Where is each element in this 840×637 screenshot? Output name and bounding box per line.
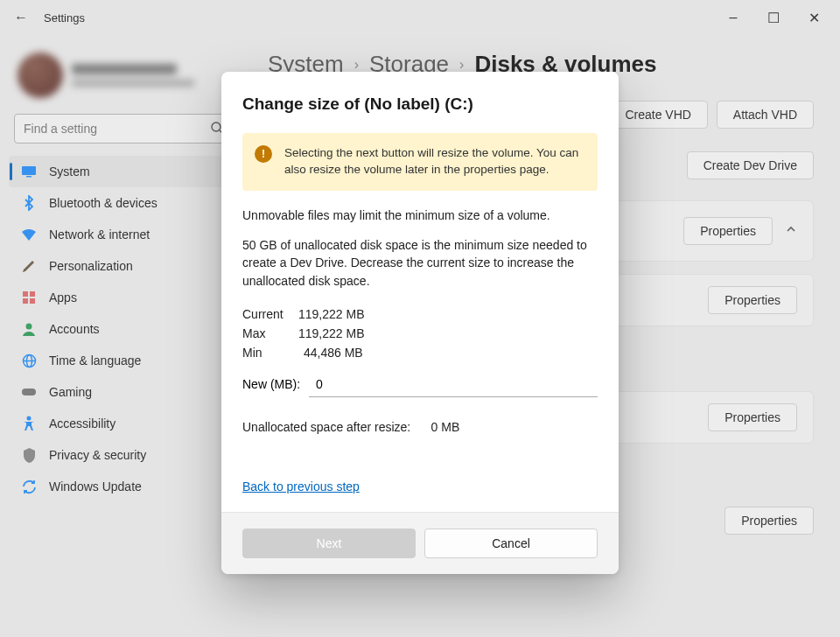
warning-box: ! Selecting the next button will resize … bbox=[242, 133, 598, 191]
stat-current: Current 119,222 MB bbox=[242, 307, 598, 321]
next-button[interactable]: Next bbox=[242, 528, 416, 558]
stat-min: Min 44,486 MB bbox=[242, 346, 598, 360]
back-to-previous-link[interactable]: Back to previous step bbox=[242, 480, 360, 494]
info-dev-drive: 50 GB of unallocated disk space is the m… bbox=[242, 236, 598, 290]
dialog-title: Change size of (No label) (C:) bbox=[242, 94, 598, 114]
stat-label: Min bbox=[242, 346, 298, 360]
dialog-footer: Next Cancel bbox=[221, 512, 619, 574]
stat-label: Max bbox=[242, 326, 298, 340]
warning-icon: ! bbox=[255, 145, 272, 163]
warning-text: Selecting the next button will resize th… bbox=[284, 145, 585, 178]
unallocated-row: Unallocated space after resize: 0 MB bbox=[242, 420, 598, 434]
stat-value: 119,222 MB bbox=[298, 307, 365, 321]
unallocated-label: Unallocated space after resize: bbox=[242, 420, 410, 434]
stat-max: Max 119,222 MB bbox=[242, 326, 598, 340]
new-size-row: New (MB): bbox=[242, 372, 598, 397]
info-unmovable: Unmovable files may limit the minimum si… bbox=[242, 206, 598, 224]
stat-value: 119,222 MB bbox=[298, 326, 365, 340]
cancel-button[interactable]: Cancel bbox=[424, 528, 598, 558]
unallocated-value: 0 MB bbox=[431, 420, 460, 434]
stat-label: Current bbox=[242, 307, 298, 321]
new-size-input[interactable] bbox=[309, 372, 598, 397]
new-size-label: New (MB): bbox=[242, 377, 309, 391]
resize-dialog: Change size of (No label) (C:) ! Selecti… bbox=[221, 72, 619, 574]
stat-value: 44,486 MB bbox=[304, 346, 363, 360]
